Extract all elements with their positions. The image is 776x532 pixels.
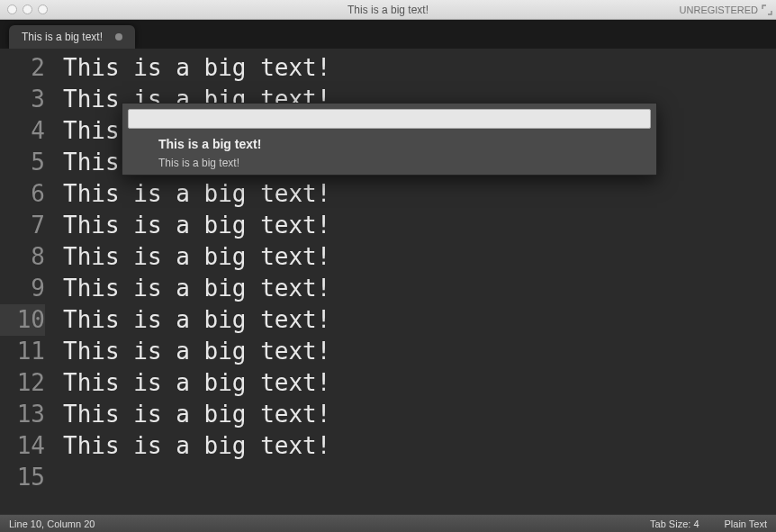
dirty-indicator-icon [115,33,122,41]
close-window-button[interactable] [7,5,17,14]
palette-result-secondary[interactable]: This is a big text! [122,154,656,175]
code-line[interactable]: This is a big text! [63,430,776,462]
minimize-window-button[interactable] [23,5,32,14]
line-number: 3 [0,84,45,115]
zoom-window-button[interactable] [38,5,48,14]
line-number: 15 [0,462,45,493]
tab-bar: This is a big text! [0,20,776,49]
status-position[interactable]: Line 10, Column 20 [9,518,95,529]
code-line[interactable]: This is a big text! [63,304,776,336]
code-line[interactable] [63,462,776,493]
window-titlebar: This is a big text! UNREGISTERED [0,0,776,20]
expand-icon[interactable] [762,5,772,15]
command-palette: This is a big text! This is a big text! [122,103,657,176]
code-line[interactable]: This is a big text! [63,336,776,367]
line-number: 13 [0,399,45,430]
tab-label: This is a big text! [22,31,103,43]
line-number: 5 [0,147,45,178]
window-title: This is a big text! [0,4,776,16]
code-line[interactable]: This is a big text! [63,273,776,304]
line-number: 7 [0,210,45,241]
line-number: 11 [0,336,45,367]
code-line[interactable]: This is a big text! [63,399,776,430]
code-line[interactable]: This is a big text! [63,178,776,210]
status-syntax[interactable]: Plain Text [725,518,768,529]
traffic-lights [0,5,48,14]
status-bar: Line 10, Column 20 Tab Size: 4 Plain Tex… [0,514,776,532]
line-number: 9 [0,273,45,304]
tab-file[interactable]: This is a big text! [9,25,135,49]
editor-area[interactable]: 23456789101112131415 This is a big text!… [0,49,776,514]
status-tab-size[interactable]: Tab Size: 4 [650,518,699,529]
code-line[interactable]: This is a big text! [63,52,776,84]
line-number-gutter: 23456789101112131415 [0,49,54,493]
line-number: 4 [0,115,45,147]
code-line[interactable]: This is a big text! [63,241,776,273]
code-line[interactable]: This is a big text! [63,367,776,399]
line-number: 12 [0,367,45,399]
palette-result-primary[interactable]: This is a big text! [122,134,656,154]
line-number: 8 [0,241,45,273]
unregistered-label: UNREGISTERED [680,5,758,15]
line-number: 2 [0,52,45,84]
line-number: 6 [0,178,45,210]
command-palette-input[interactable] [128,109,651,129]
line-number: 10 [0,304,45,336]
code-line[interactable]: This is a big text! [63,210,776,241]
line-number: 14 [0,430,45,462]
